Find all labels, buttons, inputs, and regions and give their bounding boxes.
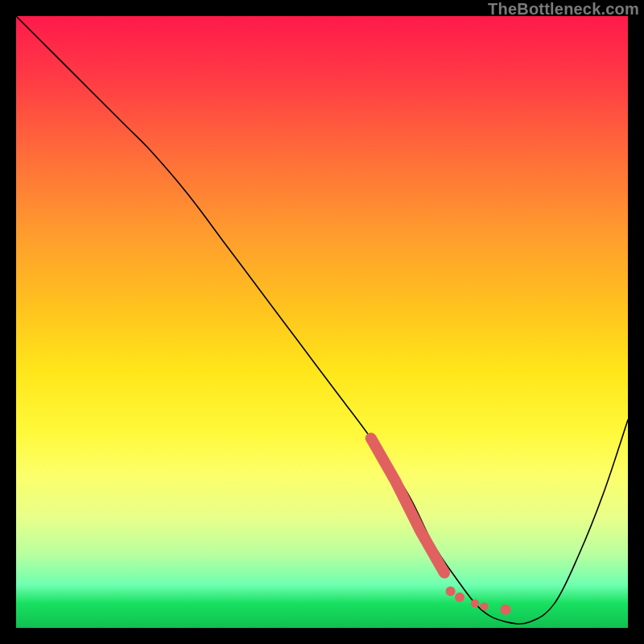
highlight-segment	[371, 438, 444, 572]
bottleneck-curve	[16, 16, 628, 624]
highlight-dot	[471, 600, 479, 608]
highlight-dot	[446, 586, 456, 596]
curve-group	[16, 16, 628, 624]
highlight-dot	[501, 605, 511, 615]
chart-frame: TheBottleneck.com	[0, 0, 644, 644]
highlight-dot	[455, 592, 464, 602]
highlight-dots	[446, 586, 511, 614]
plot-svg	[16, 16, 628, 628]
watermark-label: TheBottleneck.com	[488, 0, 639, 19]
highlight-dot	[480, 602, 488, 610]
